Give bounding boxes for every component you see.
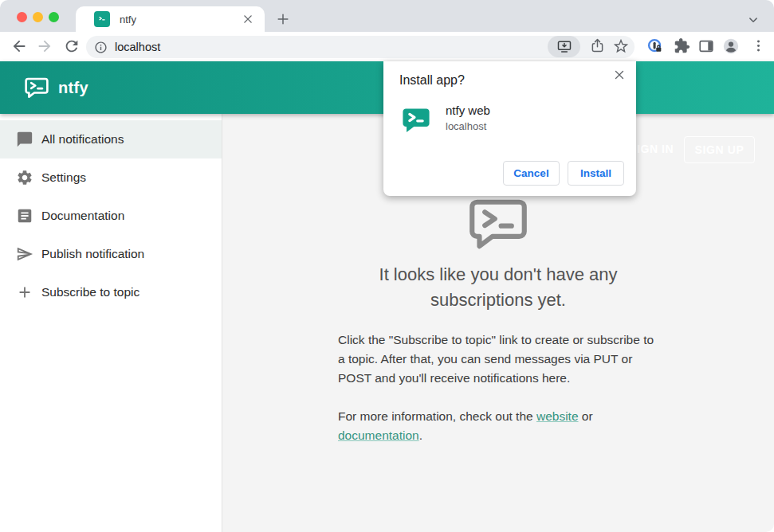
sidebar-item-label: Subscribe to topic [41, 285, 139, 299]
side-panel-icon[interactable] [697, 37, 715, 55]
install-app-name: ntfy web [446, 104, 490, 117]
back-icon[interactable] [10, 37, 28, 55]
dialog-buttons: Cancel Install [503, 161, 624, 186]
ntfy-logo-large-icon [466, 197, 531, 252]
ntfy-logo-icon [24, 76, 49, 100]
install-button[interactable]: Install [568, 161, 624, 186]
minimize-window-button[interactable] [33, 12, 43, 22]
plus-icon [16, 284, 33, 301]
browser-window: ntfy localhost [0, 0, 774, 532]
browser-tab[interactable]: ntfy [76, 6, 265, 32]
reload-icon[interactable] [63, 37, 81, 55]
extensions-puzzle-icon[interactable] [674, 37, 691, 55]
sidebar-item-label: Documentation [41, 209, 124, 223]
install-app-origin: localhost [446, 120, 486, 132]
tab-search-chevron-icon[interactable] [746, 13, 760, 27]
empty-state: It looks like you don't have any subscri… [338, 197, 658, 445]
dialog-close-icon[interactable] [612, 68, 627, 82]
bookmark-star-icon[interactable] [612, 37, 630, 55]
empty-state-paragraph: Click the "Subscribe to topic" link to c… [338, 331, 658, 388]
paragraph-text: For more information, check out the [338, 409, 536, 423]
ntfy-app-icon [401, 105, 431, 135]
titlebar: ntfy [0, 0, 774, 32]
empty-state-heading: It looks like you don't have any subscri… [338, 262, 658, 313]
article-icon [16, 207, 33, 225]
gear-icon [16, 169, 33, 186]
sidebar: All notifications Settings Documentation… [0, 114, 222, 532]
browser-menu-dots-icon[interactable] [750, 37, 768, 55]
sidebar-item-documentation[interactable]: Documentation [0, 197, 222, 235]
sidebar-item-subscribe-to-topic[interactable]: Subscribe to topic [0, 273, 222, 311]
paragraph-text: or [579, 409, 593, 423]
app-title: ntfy [58, 79, 88, 97]
install-app-dialog: Install app? ntfy web localhost Cancel I… [383, 61, 636, 196]
documentation-link[interactable]: documentation [338, 428, 419, 442]
cancel-button[interactable]: Cancel [503, 161, 560, 186]
send-icon [16, 245, 33, 263]
zoom-window-button[interactable] [49, 12, 59, 22]
url-text: localhost [115, 41, 160, 53]
password-extension-icon[interactable] [646, 37, 664, 55]
share-icon[interactable] [589, 37, 607, 55]
empty-state-paragraph-links: For more information, check out the webs… [338, 407, 658, 445]
profile-avatar-icon[interactable] [722, 37, 740, 55]
browser-toolbar: localhost [0, 32, 774, 61]
close-window-button[interactable] [17, 12, 27, 22]
forward-icon[interactable] [36, 37, 53, 55]
sign-up-button[interactable]: SIGN UP [684, 136, 755, 163]
ntfy-favicon-icon [94, 11, 110, 27]
new-tab-button[interactable] [275, 11, 291, 27]
website-link[interactable]: website [536, 409, 579, 423]
site-info-icon[interactable] [94, 41, 108, 54]
tab-close-icon[interactable] [241, 12, 255, 26]
chat-icon [16, 131, 33, 148]
tab-title: ntfy [120, 14, 241, 25]
paragraph-text: . [419, 428, 422, 442]
install-app-icon[interactable] [548, 36, 580, 57]
sidebar-item-label: Publish notification [41, 247, 144, 261]
sidebar-item-label: All notifications [41, 132, 124, 147]
sidebar-item-all-notifications[interactable]: All notifications [0, 120, 222, 158]
sidebar-item-settings[interactable]: Settings [0, 158, 222, 197]
install-dialog-title: Install app? [399, 73, 465, 88]
sidebar-item-label: Settings [41, 170, 86, 185]
sidebar-item-publish-notification[interactable]: Publish notification [0, 235, 222, 273]
